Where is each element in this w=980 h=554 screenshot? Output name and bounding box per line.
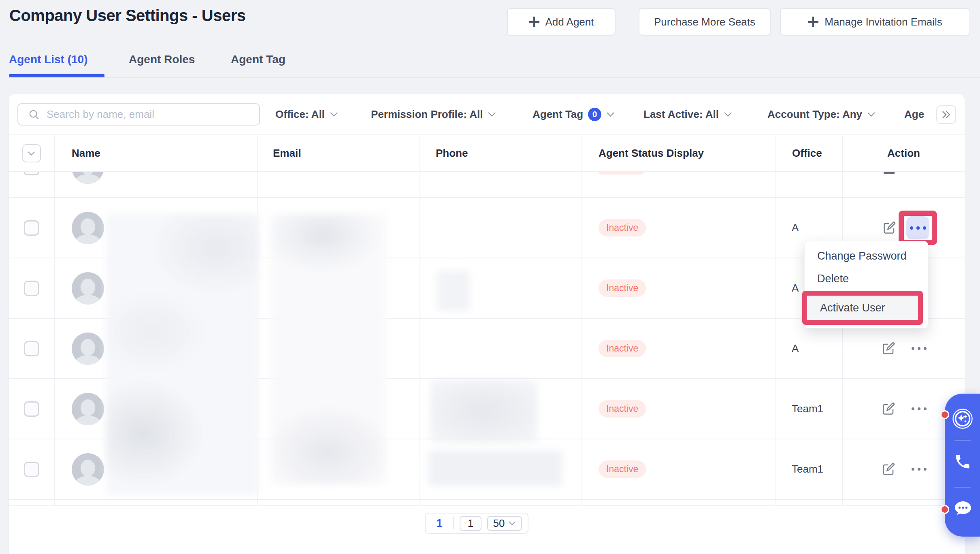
phone-cell — [420, 319, 582, 378]
search-input-wrapper — [17, 103, 260, 126]
filter-agent-tag[interactable]: Agent Tag 0 — [533, 107, 615, 121]
row-checkbox[interactable] — [24, 341, 39, 356]
ai-assistant-button[interactable] — [952, 408, 973, 431]
table-row: Inactive Team1 — [9, 379, 965, 439]
double-chevron-right-icon — [941, 111, 952, 119]
table-row-partial — [9, 172, 965, 198]
column-header-office: Office — [775, 135, 843, 171]
phone-cell — [420, 379, 582, 439]
filter-last-active-label: Last Active: All — [643, 108, 719, 121]
menu-item-delete[interactable]: Delete — [805, 267, 928, 290]
ellipsis-icon — [910, 226, 926, 230]
row-checkbox[interactable] — [24, 401, 39, 417]
email-cell — [258, 379, 420, 439]
status-badge: Inactive — [599, 219, 646, 237]
plus-icon — [808, 17, 818, 27]
filter-last-active[interactable]: Last Active: All — [643, 107, 732, 121]
chevron-down-icon — [330, 112, 338, 117]
office-value: A — [792, 222, 799, 234]
office-value: A — [792, 282, 799, 294]
office-value: A — [792, 342, 799, 355]
chevron-down-icon — [724, 112, 732, 117]
edit-button[interactable] — [881, 462, 895, 477]
select-all-dropdown-button[interactable] — [22, 144, 41, 162]
page-jump-input[interactable] — [460, 516, 481, 531]
column-header-action: Action — [843, 135, 965, 171]
email-cell — [258, 198, 420, 258]
chevron-down-icon — [508, 521, 516, 526]
filter-account-type[interactable]: Account Type: Any — [767, 107, 876, 121]
edit-button[interactable] — [882, 221, 896, 235]
filter-office[interactable]: Office: All — [275, 107, 338, 121]
search-input[interactable] — [47, 108, 241, 121]
manage-invitation-emails-label: Manage Invitation Emails — [824, 16, 942, 28]
more-actions-button[interactable] — [912, 468, 927, 471]
menu-item-change-password[interactable]: Change Password — [805, 245, 928, 267]
avatar — [72, 332, 104, 365]
purchase-more-seats-label: Purchase More Seats — [654, 16, 755, 28]
add-agent-button[interactable]: Add Agent — [507, 8, 616, 36]
pagination-page-1[interactable]: 1 — [431, 517, 447, 530]
chevron-down-icon — [606, 112, 615, 117]
chat-bubble-icon — [953, 501, 972, 518]
chevron-down-icon — [28, 151, 35, 156]
phone-cell — [420, 198, 582, 258]
edit-icon — [882, 221, 896, 235]
notification-dot — [940, 410, 949, 419]
purchase-more-seats-button[interactable]: Purchase More Seats — [639, 8, 771, 36]
filter-agent-tag-label: Agent Tag — [533, 108, 583, 121]
chevron-down-icon — [488, 112, 496, 117]
menu-item-activate-user[interactable]: Activate User — [807, 296, 918, 320]
pagination-divider — [453, 517, 454, 529]
edit-icon — [881, 402, 895, 416]
row-checkbox[interactable] — [24, 462, 39, 477]
tab-agent-list[interactable]: Agent List (10) — [9, 53, 87, 66]
widget-divider — [954, 440, 971, 441]
filter-account-type-label: Account Type: Any — [767, 108, 862, 121]
filter-permission-profile[interactable]: Permission Profile: All — [371, 107, 496, 121]
email-cell — [258, 258, 420, 318]
filter-truncated[interactable]: Age — [904, 107, 933, 121]
row-checkbox[interactable] — [24, 281, 39, 296]
table-header-row: Name Email Phone Agent Status Display Of… — [9, 135, 965, 172]
more-actions-button[interactable] — [912, 407, 927, 410]
chat-button[interactable] — [953, 501, 972, 519]
table-row: Inactive Team1 — [9, 439, 965, 500]
row-actions-context-menu: Change Password Delete Activate User — [804, 241, 928, 328]
filter-truncated-label: Age — [904, 108, 924, 121]
plus-icon — [529, 17, 539, 27]
ellipsis-icon — [912, 347, 927, 350]
tab-agent-roles[interactable]: Agent Roles — [129, 53, 195, 66]
avatar — [72, 172, 104, 184]
add-agent-label: Add Agent — [545, 16, 594, 28]
tab-agent-tag[interactable]: Agent Tag — [231, 53, 285, 66]
ellipsis-icon — [912, 407, 927, 410]
annotation-highlight-box — [899, 211, 937, 245]
sparkles-icon — [952, 408, 973, 429]
more-actions-button[interactable] — [906, 216, 929, 239]
agent-tag-count-badge: 0 — [588, 108, 601, 121]
notification-dot — [940, 505, 949, 514]
pagination: 1 50 — [425, 513, 528, 534]
office-value: Team1 — [792, 403, 823, 415]
expand-filters-button[interactable] — [936, 105, 956, 124]
page-size-select[interactable]: 50 — [487, 516, 522, 531]
more-actions-button[interactable] — [912, 347, 927, 350]
ellipsis-icon — [912, 468, 927, 471]
manage-invitation-emails-button[interactable]: Manage Invitation Emails — [780, 8, 970, 36]
table-row-partial-bottom — [9, 500, 965, 506]
edit-button[interactable] — [881, 402, 895, 416]
edit-button[interactable] — [881, 341, 895, 356]
floating-assistant-widget — [945, 394, 980, 537]
column-header-status: Agent Status Display — [582, 135, 775, 171]
phone-cell — [420, 258, 582, 318]
tabs-divider — [9, 77, 980, 78]
widget-divider — [954, 487, 971, 488]
search-icon — [28, 109, 40, 121]
row-checkbox[interactable] — [24, 220, 39, 236]
edit-icon — [881, 462, 895, 477]
checkbox[interactable] — [24, 172, 39, 175]
phone-call-button[interactable] — [954, 453, 971, 472]
page-title: Company User Settings - Users — [9, 6, 245, 25]
phone-cell — [420, 439, 582, 499]
